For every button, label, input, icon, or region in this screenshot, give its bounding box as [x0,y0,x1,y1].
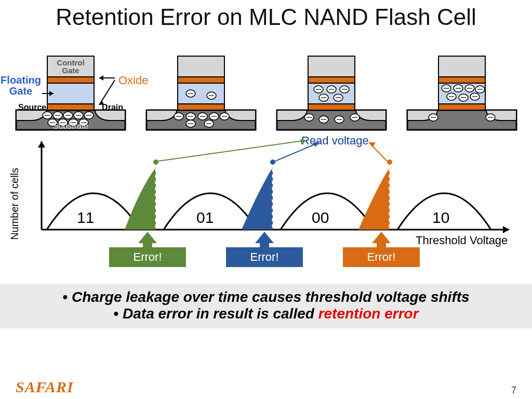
svg-rect-33 [178,56,224,77]
page-number: 7 [511,385,516,396]
threshold-voltage-chart: Number of cells Read voltage 11 01 00 [10,136,522,276]
bullet-2: Data error in result is called retention… [21,305,511,322]
drain-text: Drain [102,103,123,112]
brand-logo: SAFARI [16,378,74,396]
svg-point-105 [153,159,158,165]
cell-diagram-row: Floating Gate Oxide ControlGate [0,32,532,136]
svg-point-106 [270,159,275,165]
state-10: 10 [432,209,449,227]
state-11: 11 [77,209,94,227]
slide-title: Retention Error on MLC NAND Flash Cell [0,0,532,32]
flash-cell-2 [141,32,261,136]
svg-rect-53 [308,104,355,110]
svg-marker-99 [503,226,509,233]
svg-marker-101 [38,141,45,148]
svg-rect-32 [178,77,224,83]
state-00: 00 [312,209,329,227]
error-badge-blue: Error! [226,247,303,267]
svg-marker-27 [99,75,103,81]
svg-line-108 [158,140,307,161]
svg-line-110 [275,142,320,161]
chart-xlabel: Threshold Voltage [416,234,508,247]
error-badge-green: Error! [109,247,186,267]
svg-rect-55 [308,77,355,83]
svg-rect-31 [178,83,224,104]
source-text: Source [18,103,46,112]
svg-rect-56 [308,56,355,77]
svg-rect-79 [438,56,485,77]
svg-rect-78 [438,77,485,83]
svg-rect-3 [47,77,94,83]
svg-rect-1 [47,104,94,110]
svg-point-107 [387,159,392,165]
flash-cell-1: ControlGate Source Drain Substrate [11,32,130,136]
substrate-text: Substrate [52,122,88,130]
summary-bullets: Charge leakage over time causes threshol… [0,284,532,328]
svg-marker-113 [369,142,376,148]
state-01: 01 [196,209,214,227]
svg-rect-76 [438,104,485,110]
flash-cell-3 [272,32,391,136]
svg-rect-2 [47,83,94,104]
error-badge-orange: Error! [343,247,420,267]
svg-rect-30 [178,104,224,110]
bullet-1: Charge leakage over time causes threshol… [21,289,511,305]
flash-cell-4 [402,32,522,136]
